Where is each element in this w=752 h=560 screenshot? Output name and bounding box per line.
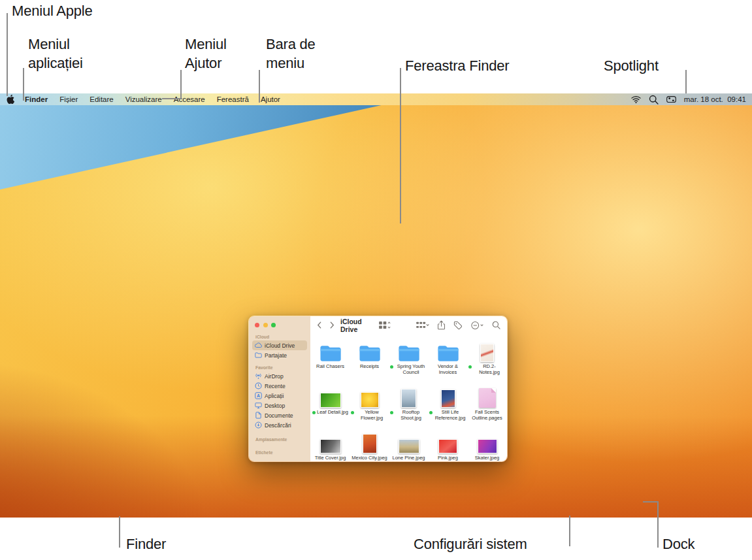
icloud-synced-dot xyxy=(429,411,433,414)
document-icon xyxy=(255,412,262,419)
apps-icon: A xyxy=(255,392,262,399)
cloud-icon xyxy=(255,342,262,349)
menu-item-vizualizare[interactable]: Vizualizare xyxy=(120,95,168,103)
folder-icon xyxy=(398,336,420,362)
sidebar-item-label: Recente xyxy=(265,383,286,389)
menu-bar-status: mar. 18 oct. 09:41 xyxy=(631,95,752,104)
minimize-button[interactable] xyxy=(263,323,268,327)
file-item-lone-pine-jpeg[interactable]: Lone Pine.jpeg xyxy=(389,427,429,462)
file-item-mexico-city-jpeg[interactable]: Mexico City.jpeg xyxy=(350,427,389,462)
menu-item-accesare[interactable]: Accesare xyxy=(168,95,211,103)
file-item-rd-2-notes-jpg[interactable]: RD.2-Notes.jpg xyxy=(468,336,507,382)
file-label: Yellow Flower.jpg xyxy=(351,410,389,421)
view-grid-icon[interactable] xyxy=(378,321,391,329)
sidebar-item-icloud-drive[interactable]: iCloud Drive xyxy=(252,340,307,350)
sidebar-item-airdrop[interactable]: AirDrop xyxy=(252,371,307,381)
callout-line-apple-menu xyxy=(7,13,8,96)
file-label: RD.2-Notes.jpg xyxy=(468,364,506,375)
file-thumbnail xyxy=(320,427,341,453)
file-thumbnail xyxy=(441,382,455,408)
shared-folder-icon xyxy=(255,352,262,359)
callout-line-help-menu xyxy=(180,70,182,99)
menu-item-fișier[interactable]: Fișier xyxy=(54,95,84,103)
more-actions-icon[interactable] xyxy=(470,321,484,330)
menu-bar-clock[interactable]: mar. 18 oct. 09:41 xyxy=(684,95,746,103)
file-item-pink-jpeg[interactable]: Pink.jpeg xyxy=(429,427,468,462)
file-label: Vendor & Invoices xyxy=(429,364,467,375)
back-icon[interactable] xyxy=(317,321,321,329)
finder-sidebar: iCloudiCloud DrivePartajateFavoriteAirDr… xyxy=(249,316,310,461)
file-label: Skater.jpeg xyxy=(475,455,500,461)
file-item-skater-jpeg[interactable]: Skater.jpeg xyxy=(468,427,507,462)
window-title: iCloud Drive xyxy=(340,318,378,333)
file-item-still-life-reference-jpg[interactable]: Still Life Reference.jpg xyxy=(429,382,468,427)
file-thumbnail xyxy=(401,382,416,408)
spotlight-search-icon[interactable] xyxy=(649,95,659,104)
callout-menu-bar: Bara demeniu xyxy=(266,35,316,73)
file-thumbnail xyxy=(479,382,496,408)
file-label: Spring Youth Council xyxy=(390,364,428,375)
file-label: Rail Chasers xyxy=(316,364,344,370)
sidebar-section-etichete: Etichete xyxy=(249,448,310,456)
apple-menu-icon[interactable] xyxy=(6,95,15,104)
file-item-rail-chasers[interactable]: Rail Chasers xyxy=(311,336,350,382)
control-center-icon[interactable] xyxy=(666,95,676,104)
icloud-synced-dot xyxy=(390,411,393,414)
callout-line-dock-h xyxy=(643,501,659,502)
icloud-synced-dot xyxy=(390,365,393,369)
file-item-receipts[interactable]: Receipts xyxy=(350,336,389,382)
search-icon[interactable] xyxy=(492,321,500,329)
share-icon[interactable] xyxy=(437,320,446,330)
sidebar-section-amplasamente: Amplasamente xyxy=(249,435,310,443)
sidebar-section-favorite: Favorite xyxy=(249,363,310,371)
window-controls xyxy=(249,321,310,333)
file-label: Fall Scents Outline.pages xyxy=(468,410,506,421)
group-by-icon[interactable] xyxy=(416,321,429,329)
file-label: Still Life Reference.jpg xyxy=(429,410,467,421)
callout-help-menu: MeniulAjutor xyxy=(185,35,227,73)
icloud-synced-dot xyxy=(312,411,316,414)
sidebar-item-label: Partajate xyxy=(265,352,287,359)
sidebar-item-descărcări[interactable]: Descărcări xyxy=(252,420,307,430)
sidebar-item-label: Documente xyxy=(265,412,293,419)
airdrop-icon xyxy=(255,372,262,380)
file-thumbnail xyxy=(361,382,379,408)
tag-icon[interactable] xyxy=(453,321,463,330)
wifi-icon[interactable] xyxy=(631,95,641,104)
mac-screen: FinderFișierEditareVizualizareAccesareFe… xyxy=(0,93,752,518)
callout-line-help-menu-h xyxy=(162,98,182,99)
menu-item-finder[interactable]: Finder xyxy=(20,95,54,103)
file-label: Lone Pine.jpeg xyxy=(392,455,425,461)
file-label: Pink.jpeg xyxy=(438,455,458,461)
callout-spotlight: Spotlight xyxy=(604,56,659,75)
file-item-leaf-detail-jpg[interactable]: Leaf Detail.jpg xyxy=(311,382,350,427)
sidebar-section-icloud: iCloud xyxy=(249,333,310,340)
menu-bar: FinderFișierEditareVizualizareAccesareFe… xyxy=(0,93,752,105)
file-item-spring-youth-council[interactable]: Spring Youth Council xyxy=(389,336,429,382)
sidebar-item-partajate[interactable]: Partajate xyxy=(252,350,307,360)
file-item-rooftop-shoot-jpg[interactable]: Rooftop Shoot.jpg xyxy=(389,382,429,427)
file-item-title-cover-jpg[interactable]: Title Cover.jpg xyxy=(311,427,350,462)
file-item-yellow-flower-jpg[interactable]: Yellow Flower.jpg xyxy=(350,382,389,427)
file-item-vendor-invoices[interactable]: Vendor & Invoices xyxy=(429,336,468,382)
file-thumbnail xyxy=(363,427,377,453)
sidebar-item-desktop[interactable]: Desktop xyxy=(252,401,307,410)
file-thumbnail xyxy=(320,382,341,408)
finder-window: iCloudiCloud DrivePartajateFavoriteAirDr… xyxy=(248,316,508,462)
sidebar-item-recente[interactable]: Recente xyxy=(252,381,307,391)
icloud-synced-dot xyxy=(351,411,354,414)
callout-line-menu-bar xyxy=(259,70,260,103)
callout-line-system-settings xyxy=(569,516,570,546)
close-button[interactable] xyxy=(255,323,259,327)
sidebar-item-label: AirDrop xyxy=(265,373,284,380)
forward-icon[interactable] xyxy=(330,321,335,329)
menu-item-editare[interactable]: Editare xyxy=(84,95,119,103)
sidebar-item-documente[interactable]: Documente xyxy=(252,410,307,420)
zoom-button[interactable] xyxy=(271,323,276,327)
menu-item-fereastră[interactable]: Fereastră xyxy=(211,95,255,103)
sidebar-item-aplicații[interactable]: AAplicații xyxy=(252,391,307,401)
file-item-fall-scents-outline-pages[interactable]: Fall Scents Outline.pages xyxy=(468,382,507,427)
svg-text:A: A xyxy=(257,393,260,398)
download-icon xyxy=(255,421,262,429)
desktop-icon xyxy=(255,402,262,409)
